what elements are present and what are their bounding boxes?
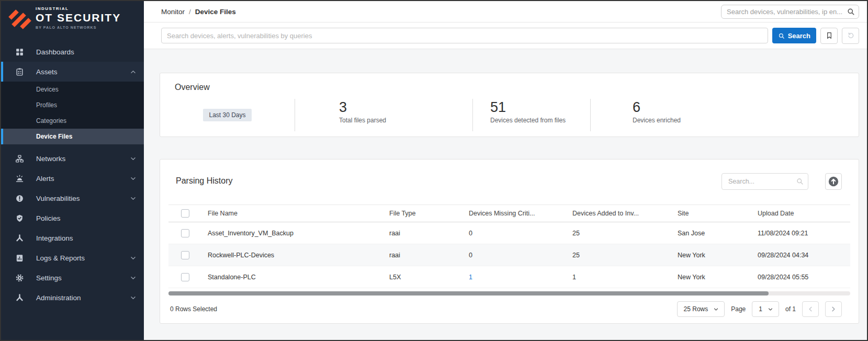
row-checkbox[interactable]	[181, 273, 189, 281]
sidebar-item-vulnerabilities[interactable]: Vulnerabilities	[1, 188, 144, 208]
sidebar-subitem-categories[interactable]: Categories	[1, 113, 144, 129]
upload-icon	[828, 176, 839, 187]
table-row: Rockwell-PLC-Devices raai 0 25 New York …	[168, 244, 850, 266]
sidebar-subitem-profiles[interactable]: Profiles	[1, 97, 144, 113]
col-site[interactable]: Site	[678, 210, 758, 217]
alerts-alarm-icon	[15, 174, 24, 183]
sidebar-subitem-devices[interactable]: Devices	[1, 82, 144, 97]
assets-clipboard-icon	[15, 67, 24, 76]
breadcrumb-monitor[interactable]: Monitor	[161, 8, 185, 16]
stat-devices-enriched: 6 Devices enriched	[590, 99, 859, 131]
chevron-down-icon	[130, 195, 137, 202]
rows-per-page-select[interactable]: 25 Rows	[677, 301, 725, 317]
overview-panel: Overview Last 30 Days 3 Total files pars…	[160, 73, 859, 137]
cell-devices-missing: 0	[469, 252, 572, 259]
cell-devices-added: 25	[572, 230, 678, 237]
sidebar-nav: Dashboards Assets Devices Profiles Categ…	[1, 42, 144, 308]
breadcrumb: Monitor / Device Files	[161, 8, 236, 16]
cell-devices-added: 1	[572, 274, 678, 281]
ot-security-app: INDUSTRIAL OT SECURITY BY PALO ALTO NETW…	[0, 0, 868, 341]
chevron-down-icon	[768, 306, 773, 312]
global-search	[721, 5, 859, 19]
horizontal-scrollbar	[168, 291, 850, 295]
integrations-connector-icon	[15, 234, 24, 243]
refresh-icon	[847, 31, 855, 40]
col-file-name[interactable]: File Name	[208, 210, 389, 217]
search-icon	[847, 7, 855, 16]
sidebar-item-administration[interactable]: Administration	[1, 288, 144, 308]
page-number-select[interactable]: 1	[752, 301, 779, 317]
query-bar: Search	[144, 22, 867, 49]
previous-page-button[interactable]	[802, 301, 819, 317]
chevron-down-icon	[130, 294, 137, 301]
page-content: Overview Last 30 Days 3 Total files pars…	[144, 49, 867, 340]
chevron-down-icon	[130, 155, 137, 162]
chevron-right-icon	[830, 305, 837, 313]
sidebar-item-alerts[interactable]: Alerts	[1, 168, 144, 188]
row-checkbox[interactable]	[181, 251, 189, 259]
rows-selected-label: 0 Rows Selected	[170, 305, 217, 313]
upload-file-button[interactable]	[825, 173, 842, 190]
chevron-down-icon	[130, 275, 137, 281]
search-icon	[778, 32, 785, 39]
bookmark-icon	[825, 31, 833, 40]
policies-shield-icon	[15, 214, 24, 223]
query-search-input[interactable]	[161, 28, 768, 43]
parsing-history-title: Parsing History	[176, 173, 232, 186]
sidebar-item-settings[interactable]: Settings	[1, 268, 144, 288]
bookmark-button[interactable]	[820, 28, 838, 44]
row-checkbox[interactable]	[181, 229, 189, 237]
assets-submenu: Devices Profiles Categories Device Files	[1, 82, 144, 144]
dashboards-grid-icon	[15, 48, 24, 56]
table-header-row: File Name File Type Devices Missing Crit…	[168, 204, 850, 222]
cell-file-name: Asset_Inventory_VM_Backup	[208, 230, 389, 237]
col-devices-missing[interactable]: Devices Missing Criti...	[469, 210, 572, 217]
time-range-chip[interactable]: Last 30 Days	[203, 109, 251, 121]
chevron-left-icon	[807, 305, 814, 313]
table-search	[722, 173, 808, 190]
sidebar-item-networks[interactable]: Networks	[1, 149, 144, 168]
sidebar: INDUSTRIAL OT SECURITY BY PALO ALTO NETW…	[1, 1, 144, 340]
stat-devices-detected: 51 Devices detected from files	[472, 99, 590, 131]
scrollbar-thumb[interactable]	[168, 291, 769, 295]
sidebar-item-integrations[interactable]: Integrations	[1, 228, 144, 248]
overview-title: Overview	[160, 83, 859, 92]
select-all-checkbox[interactable]	[181, 209, 189, 218]
main-area: Monitor / Device Files Search	[144, 1, 867, 340]
breadcrumb-bar: Monitor / Device Files	[144, 1, 867, 22]
search-icon	[796, 177, 804, 185]
chevron-down-icon	[130, 175, 137, 182]
parsing-history-panel: Parsing History File Name	[160, 159, 859, 324]
cell-upload-date: 09/28/2024 05:55	[758, 274, 850, 281]
networks-sitemap-icon	[15, 154, 24, 163]
sidebar-subitem-device-files[interactable]: Device Files	[1, 129, 144, 144]
sidebar-item-logs-reports[interactable]: Logs & Reports	[1, 248, 144, 268]
administration-tools-icon	[15, 293, 24, 302]
chevron-down-icon	[130, 255, 137, 262]
page-of-label: of 1	[785, 305, 796, 313]
col-upload-date[interactable]: Upload Date	[758, 210, 850, 217]
sidebar-item-policies[interactable]: Policies	[1, 208, 144, 228]
devices-missing-link[interactable]: 1	[469, 274, 472, 281]
cell-file-type: raai	[389, 230, 469, 237]
table-row: Standalone-PLC L5X 1 1 New York 09/28/20…	[168, 266, 850, 288]
brand-logo: INDUSTRIAL OT SECURITY BY PALO ALTO NETW…	[1, 1, 144, 41]
cell-site: New York	[678, 274, 758, 281]
page-label: Page	[731, 305, 746, 313]
palo-alto-logo-icon	[8, 8, 32, 30]
next-page-button[interactable]	[825, 301, 842, 317]
parsing-history-table: File Name File Type Devices Missing Crit…	[168, 204, 850, 288]
cell-file-name: Standalone-PLC	[208, 274, 389, 281]
breadcrumb-device-files: Device Files	[195, 8, 236, 16]
vulnerabilities-exclamation-icon	[15, 194, 24, 203]
search-button[interactable]: Search	[772, 28, 816, 43]
logs-reports-icon	[15, 254, 24, 263]
brand-industrial: INDUSTRIAL	[36, 6, 121, 11]
sidebar-item-assets[interactable]: Assets	[1, 62, 144, 82]
cell-file-type: L5X	[389, 274, 469, 281]
col-file-type[interactable]: File Type	[389, 210, 469, 217]
col-devices-added[interactable]: Devices Added to Inv...	[572, 210, 678, 217]
global-search-input[interactable]	[721, 5, 859, 19]
sidebar-item-dashboards[interactable]: Dashboards	[1, 42, 144, 62]
refresh-button[interactable]	[842, 28, 859, 44]
